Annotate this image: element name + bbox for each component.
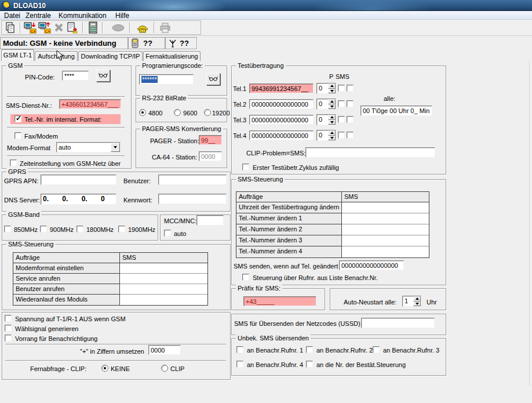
- tel2-p-checkbox[interactable]: [338, 100, 345, 107]
- bitrate-19200-radio[interactable]: [204, 109, 211, 116]
- spinner-down-button[interactable]: [328, 136, 336, 141]
- auto-restart-spinner[interactable]: 1: [402, 296, 421, 307]
- remote-keine-radio[interactable]: [101, 365, 108, 372]
- programming-code-reveal-button[interactable]: [206, 73, 220, 85]
- menu-item-datei[interactable]: Datei: [4, 12, 20, 20]
- table-row-label[interactable]: Tel.-Nummer ändern 4: [236, 246, 342, 257]
- tel4-sms-checkbox[interactable]: [347, 132, 354, 139]
- spinner-down-button[interactable]: [413, 302, 421, 307]
- band-1800mhz-checkbox[interactable]: [76, 226, 83, 233]
- spinner-up-button[interactable]: [328, 83, 336, 89]
- tel4-field[interactable]: 0000000000000000: [249, 130, 314, 140]
- tel2-field[interactable]: 0000000000000000: [249, 99, 314, 109]
- tel3-p-checkbox[interactable]: [338, 116, 345, 123]
- fax-modem-checkbox[interactable]: [14, 132, 21, 139]
- random-cycle-checkbox[interactable]: [242, 164, 249, 170]
- mcc-auto-checkbox[interactable]: [164, 230, 171, 237]
- ca64-station-field[interactable]: 0000: [199, 151, 222, 161]
- sms-prefix-field[interactable]: +43_____: [243, 296, 316, 306]
- ussd-field[interactable]: [361, 318, 435, 328]
- tel1-p-checkbox[interactable]: [338, 85, 345, 92]
- sms-service-field[interactable]: +436601234567___: [59, 99, 121, 109]
- menu-item-zentrale[interactable]: Zentrale: [25, 12, 51, 20]
- control-via-list-checkbox[interactable]: [242, 274, 249, 281]
- spinner-up-button[interactable]: [328, 115, 336, 120]
- gprs-user-field[interactable]: [158, 175, 227, 185]
- tel1-field[interactable]: 99436991234567__: [249, 83, 314, 93]
- unknown-sms-rufnr1-checkbox[interactable]: [236, 346, 243, 353]
- voltage-off-checkbox[interactable]: [5, 315, 12, 322]
- bitrate-4800-radio[interactable]: [139, 109, 146, 116]
- clip-problem-field[interactable]: [305, 147, 435, 158]
- table-cell-sms[interactable]: [342, 202, 429, 213]
- tel2-sms-checkbox[interactable]: [347, 100, 354, 107]
- unknown-sms-rufnr3-checkbox[interactable]: [373, 346, 380, 353]
- connection-idle-icon[interactable]: [111, 21, 125, 34]
- tel2-count-spinner[interactable]: 0: [316, 99, 336, 110]
- spinner-up-button[interactable]: [413, 296, 421, 302]
- column-header-auftraege[interactable]: Aufträge: [236, 192, 342, 202]
- spinner-up-button[interactable]: [328, 130, 336, 136]
- table-cell-sms[interactable]: [342, 235, 429, 246]
- table-cell-sms[interactable]: [120, 274, 207, 284]
- tel1-sms-checkbox[interactable]: [347, 85, 354, 92]
- menu-item-hilfe[interactable]: Hilfe: [115, 12, 129, 20]
- spinner-down-button[interactable]: [328, 104, 336, 110]
- table-cell-sms[interactable]: [120, 295, 207, 305]
- tel3-count-spinner[interactable]: 0: [316, 114, 336, 125]
- column-header-auftraege[interactable]: Aufträge: [13, 253, 120, 263]
- cancel-icon[interactable]: [53, 21, 67, 34]
- table-row-label[interactable]: Service anrufen: [13, 274, 120, 284]
- programming-code-field[interactable]: ******: [139, 74, 194, 85]
- pager-station-field[interactable]: 99__: [199, 135, 222, 145]
- tab-fernaktualisierung[interactable]: Fernaktualisierung: [143, 51, 201, 61]
- mcc-mnc-field[interactable]: [196, 215, 224, 226]
- dropdown-arrow-button[interactable]: [111, 143, 120, 152]
- time-setting-checkbox[interactable]: [10, 159, 17, 166]
- table-cell-sms[interactable]: [120, 284, 207, 295]
- calculator-icon[interactable]: [86, 21, 100, 34]
- table-row-label[interactable]: Modemformat einstellen: [13, 263, 120, 274]
- export-document-icon[interactable]: [66, 21, 80, 34]
- band-1900mhz-checkbox[interactable]: [118, 226, 125, 233]
- priority-checkbox[interactable]: [5, 335, 12, 342]
- plus-convert-field[interactable]: 0000: [148, 345, 181, 355]
- phone-dial-icon[interactable]: [135, 21, 149, 34]
- column-header-sms[interactable]: SMS: [120, 253, 207, 263]
- table-row-label[interactable]: Tel.-Nummer ändern 1: [236, 213, 342, 224]
- table-cell-sms[interactable]: [342, 213, 429, 224]
- print-icon[interactable]: [159, 21, 173, 34]
- menu-item-kommunikation[interactable]: Kommunikation: [59, 12, 107, 20]
- band-850mhz-checkbox[interactable]: [4, 226, 11, 233]
- gprs-apn-field[interactable]: [41, 175, 116, 185]
- write-to-device-icon[interactable]: CA: [38, 21, 52, 34]
- tel4-p-checkbox[interactable]: [338, 132, 345, 139]
- tel4-count-spinner[interactable]: 0: [316, 130, 336, 141]
- alle-interval-field[interactable]: 00 T\0ge 00 Uhr 0_ Min: [360, 106, 432, 116]
- dial-tone-checkbox[interactable]: [5, 325, 12, 332]
- pin-code-field[interactable]: ****: [62, 71, 89, 81]
- sms-send-changed-field[interactable]: 0000000000000000: [339, 260, 404, 270]
- table-cell-sms[interactable]: [342, 224, 429, 235]
- spinner-up-button[interactable]: [328, 99, 336, 104]
- unknown-sms-confirm-checkbox[interactable]: [306, 361, 313, 368]
- table-row-label[interactable]: Benutzer anrufen: [13, 284, 120, 295]
- table-row-label[interactable]: Wiederanlauf des Moduls: [13, 295, 120, 305]
- unknown-sms-rufnr2-checkbox[interactable]: [306, 346, 313, 353]
- tab-downloading-tcpip[interactable]: Downloading TCP/IP: [78, 51, 143, 61]
- pin-reveal-button[interactable]: [96, 70, 110, 82]
- intl-format-checkbox[interactable]: [14, 115, 21, 122]
- bitrate-9600-radio[interactable]: [174, 109, 181, 116]
- table-row-label[interactable]: Tel.-Nummer ändern 3: [236, 235, 342, 246]
- tel3-field[interactable]: 0000000000000000: [249, 115, 314, 125]
- table-cell-sms[interactable]: [342, 246, 429, 257]
- table-row-label[interactable]: Uhrzeit der Testübertragung ändern: [236, 202, 342, 213]
- dns-server-field[interactable]: 0. 0. 0. 0: [41, 194, 116, 205]
- title-bar[interactable]: DLOAD10: [0, 0, 532, 11]
- read-from-device-icon[interactable]: CA: [24, 21, 38, 34]
- column-header-sms[interactable]: SMS: [342, 192, 429, 202]
- band-900mhz-checkbox[interactable]: [40, 226, 47, 233]
- gprs-password-field[interactable]: [158, 194, 227, 204]
- spinner-down-button[interactable]: [328, 89, 336, 94]
- modem-format-dropdown[interactable]: auto: [56, 142, 121, 153]
